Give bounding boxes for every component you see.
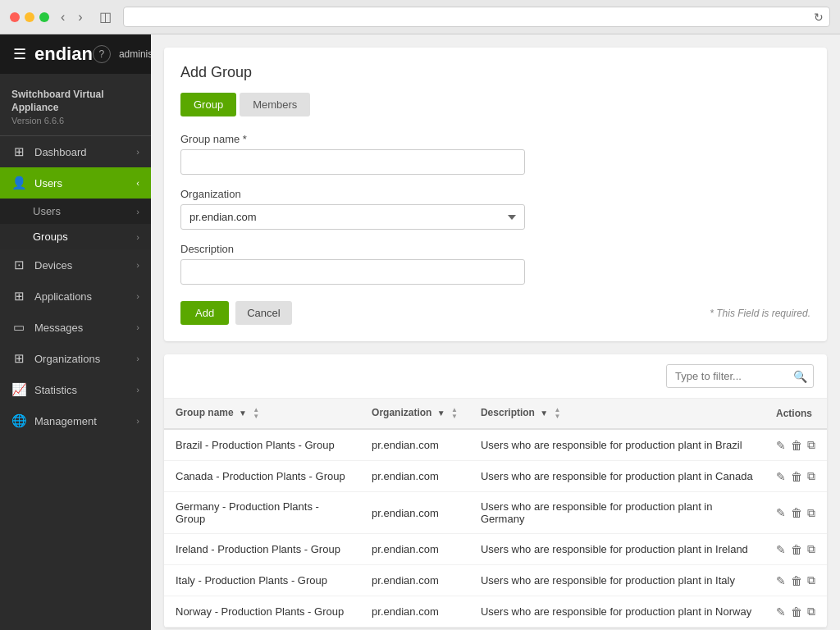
cell-description: Users who are responsible for production…: [469, 461, 765, 492]
cancel-button[interactable]: Cancel: [235, 301, 291, 325]
table-body: Brazil - Production Plants - Group pr.en…: [164, 429, 827, 628]
cell-group-name: Norway - Production Plants - Group: [164, 596, 360, 628]
copy-icon[interactable]: ⧉: [807, 506, 815, 520]
sidebar-subitem-groups[interactable]: Groups ›: [0, 224, 151, 249]
cell-actions: ✎ 🗑 ⧉: [765, 429, 827, 461]
organization-label: Organization: [180, 188, 810, 200]
topbar-right: ? administrator@endian.com ▾: [93, 45, 151, 63]
cell-actions: ✎ 🗑 ⧉: [765, 596, 827, 628]
tab-members[interactable]: Members: [240, 93, 310, 116]
delete-icon[interactable]: 🗑: [791, 605, 802, 619]
col-description[interactable]: Description ▼ ▲▼: [469, 399, 765, 429]
sidebar-item-users[interactable]: 👤 Users ‹: [0, 167, 151, 199]
sidebar-item-label-messages: Messages: [34, 322, 83, 334]
edit-icon[interactable]: ✎: [776, 543, 786, 556]
group-name-field: Group name *: [180, 133, 810, 175]
edit-icon[interactable]: ✎: [776, 439, 786, 452]
cell-description: Users who are responsible for production…: [469, 596, 765, 628]
delete-icon[interactable]: 🗑: [791, 543, 802, 556]
edit-icon[interactable]: ✎: [776, 506, 786, 519]
copy-icon[interactable]: ⧉: [807, 438, 815, 452]
cell-description: Users who are responsible for production…: [469, 429, 765, 461]
sidebar-item-label-management: Management: [34, 415, 97, 427]
tab-group[interactable]: Group: [180, 93, 236, 116]
minimize-dot[interactable]: [25, 12, 34, 22]
filter-icon-th: ▼: [239, 409, 247, 418]
user-email: administrator@endian.com: [119, 48, 151, 60]
address-bar-wrap: ↻: [123, 7, 830, 27]
sidebar-item-label-devices: Devices: [34, 259, 72, 272]
edit-icon[interactable]: ✎: [776, 605, 786, 619]
sidebar-subitem-label-users: Users: [33, 205, 61, 217]
sort-icons-desc: ▲▼: [555, 407, 561, 420]
copy-icon[interactable]: ⧉: [807, 605, 815, 619]
groups-table-card: 🔍 Group name ▼ ▲▼ Organization ▼: [164, 354, 827, 628]
organization-select[interactable]: pr.endian.com: [180, 204, 525, 230]
group-name-input[interactable]: [180, 149, 525, 175]
cell-group-name: Canada - Production Plants - Group: [164, 461, 360, 492]
back-button[interactable]: ‹: [56, 8, 70, 26]
cell-group-name: Ireland - Production Plants - Group: [164, 534, 360, 565]
table-toolbar: 🔍: [164, 354, 827, 399]
delete-icon[interactable]: 🗑: [791, 574, 802, 587]
cell-description: Users who are responsible for production…: [469, 534, 765, 565]
table-row: Italy - Production Plants - Group pr.end…: [164, 565, 827, 596]
delete-icon[interactable]: 🗑: [791, 506, 802, 519]
sidebar-item-devices[interactable]: ⊡ Devices ›: [0, 249, 151, 281]
sidebar-item-messages[interactable]: ▭ Messages ›: [0, 312, 151, 343]
dashboard-icon: ⊞: [11, 144, 26, 159]
edit-icon[interactable]: ✎: [776, 574, 786, 587]
sidebar-item-label-applications: Applications: [34, 290, 92, 303]
table-row: Ireland - Production Plants - Group pr.e…: [164, 534, 827, 565]
sidebar-item-statistics[interactable]: 📈 Statistics ›: [0, 374, 151, 405]
sidebar-subitem-users[interactable]: Users ›: [0, 199, 151, 224]
table-row: Brazil - Production Plants - Group pr.en…: [164, 429, 827, 461]
maximize-dot[interactable]: [39, 12, 49, 22]
cell-description: Users who are responsible for production…: [469, 492, 765, 534]
sidebar-item-management[interactable]: 🌐 Management ›: [0, 405, 151, 436]
filter-input[interactable]: [666, 364, 814, 388]
main-content: Add Group Group Members Group name * Org…: [151, 34, 840, 630]
description-input[interactable]: [180, 259, 525, 285]
page-title: Add Group: [180, 64, 810, 81]
groups-table: Group name ▼ ▲▼ Organization ▼ ▲▼ Descri…: [164, 399, 827, 628]
delete-icon[interactable]: 🗑: [791, 439, 802, 452]
sidebar-item-applications[interactable]: ⊞ Applications ›: [0, 281, 151, 312]
chevron-right-icon: ›: [136, 147, 139, 157]
management-icon: 🌐: [11, 413, 26, 428]
delete-icon[interactable]: 🗑: [791, 470, 802, 483]
col-organization[interactable]: Organization ▼ ▲▼: [360, 399, 469, 429]
sidebar-item-label-organizations: Organizations: [34, 353, 100, 365]
sidebar-item-dashboard[interactable]: ⊞ Dashboard ›: [0, 136, 151, 167]
messages-icon: ▭: [11, 320, 26, 335]
copy-icon[interactable]: ⧉: [807, 573, 815, 587]
cell-actions: ✎ 🗑 ⧉: [765, 534, 827, 565]
hamburger-icon[interactable]: ☰: [13, 45, 26, 63]
cell-organization: pr.endian.com: [360, 429, 469, 461]
required-note: * This Field is required.: [710, 308, 810, 319]
help-icon[interactable]: ?: [93, 45, 111, 63]
reload-icon[interactable]: ↻: [814, 11, 824, 24]
sidebar-toggle-button[interactable]: ◫: [94, 7, 116, 26]
sidebar-app-name: Switchboard Virtual Appliance: [11, 89, 139, 114]
cell-organization: pr.endian.com: [360, 492, 469, 534]
copy-icon[interactable]: ⧉: [807, 542, 815, 556]
close-dot[interactable]: [10, 12, 20, 22]
col-group-name[interactable]: Group name ▼ ▲▼: [164, 399, 360, 429]
chevron-right-icon-organizations: ›: [136, 354, 139, 363]
address-bar-input[interactable]: [123, 7, 830, 27]
user-menu[interactable]: administrator@endian.com ▾: [119, 48, 151, 60]
browser-nav: ‹ ›: [56, 8, 88, 26]
col-actions: Actions: [765, 399, 827, 429]
add-button[interactable]: Add: [180, 301, 229, 325]
cell-organization: pr.endian.com: [360, 565, 469, 596]
form-actions-left: Add Cancel: [180, 301, 292, 325]
copy-icon[interactable]: ⧉: [807, 469, 815, 483]
forward-button[interactable]: ›: [73, 8, 87, 26]
edit-icon[interactable]: ✎: [776, 470, 786, 483]
chevron-right-icon-statistics: ›: [136, 385, 139, 395]
sidebar-item-organizations[interactable]: ⊞ Organizations ›: [0, 343, 151, 374]
sidebar-item-label-users: Users: [34, 177, 62, 189]
form-actions: Add Cancel * This Field is required.: [180, 301, 810, 325]
browser-dots: [10, 12, 49, 22]
